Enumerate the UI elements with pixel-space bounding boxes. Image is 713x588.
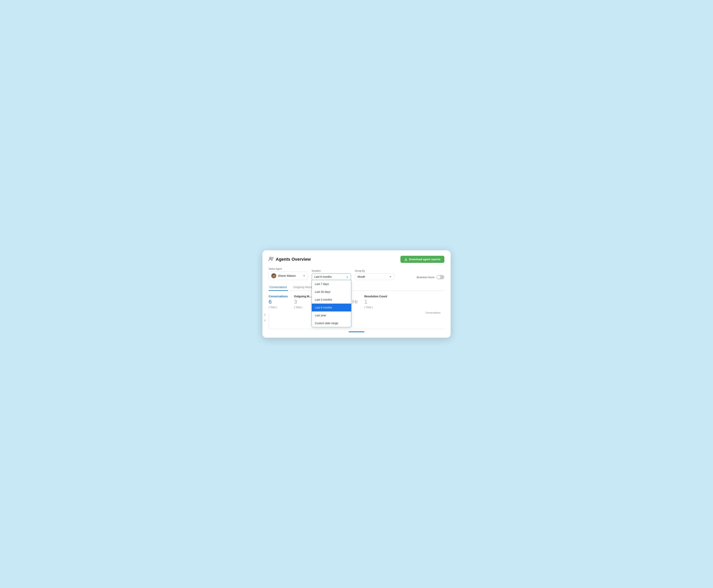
duration-dropdown[interactable]: Last 6 months ▲ bbox=[312, 273, 351, 280]
chart-y-label-5: 5 bbox=[264, 319, 266, 322]
duration-group: Duration Last 6 months ▲ Last 7 days Las… bbox=[312, 270, 351, 280]
stat-conversations: Conversations 6 ( Total ) bbox=[269, 295, 288, 309]
stat-resolution-count-sub: ( Total ) bbox=[364, 306, 387, 309]
stat-resolution-count-value: 1 bbox=[364, 299, 387, 305]
stat-resolution-count-label: Resolution Count bbox=[364, 295, 387, 298]
stat-outgoing-value: 3 bbox=[294, 299, 311, 305]
business-hours-label: Business Hours bbox=[417, 276, 434, 279]
groupby-value: Month bbox=[358, 275, 365, 278]
download-agent-reports-button[interactable]: Download agent reports bbox=[401, 256, 444, 263]
duration-value: Last 6 months bbox=[314, 275, 332, 278]
main-card: Agents Overview Download agent reports S… bbox=[262, 250, 451, 338]
agents-icon bbox=[269, 256, 274, 262]
filters-row: Select Agent 🧔 Shane Watson ▼ Duration L… bbox=[269, 268, 444, 280]
download-btn-label: Download agent reports bbox=[409, 258, 441, 261]
dropdown-option-last3months[interactable]: Last 3 months bbox=[312, 296, 351, 303]
duration-label: Duration bbox=[312, 270, 351, 272]
business-hours-wrap: Business Hours bbox=[417, 275, 444, 280]
scroll-bar[interactable] bbox=[349, 332, 364, 332]
chart-y-label-6: 6 bbox=[264, 313, 266, 316]
duration-dropdown-menu: Last 7 days Last 30 days Last 3 months L… bbox=[311, 280, 351, 327]
chevron-down-icon2: ▼ bbox=[389, 275, 392, 278]
groupby-label: Group By bbox=[355, 270, 394, 272]
avatar: 🧔 bbox=[271, 273, 276, 278]
title-wrap: Agents Overview bbox=[269, 256, 311, 262]
tab-conversations[interactable]: Conversations bbox=[269, 284, 288, 291]
stat-outgoing-label: Outgoing M... bbox=[294, 295, 311, 298]
stat-outgoing: Outgoing M... 3 ( Total ) bbox=[294, 295, 311, 309]
select-agent-label: Select Agent bbox=[269, 268, 308, 270]
stat-outgoing-sub: ( Total ) bbox=[294, 306, 311, 309]
scroll-hint bbox=[269, 332, 444, 332]
svg-point-0 bbox=[270, 257, 271, 259]
select-agent-dropdown[interactable]: 🧔 Shane Watson ▼ bbox=[269, 271, 308, 280]
stats-row: Conversations 6 ( Total ) Outgoing M... … bbox=[269, 295, 444, 309]
page-title: Agents Overview bbox=[276, 257, 311, 262]
chart-area: 6 5 Conversations bbox=[269, 313, 444, 329]
stat-conversations-sub: ( Total ) bbox=[269, 306, 288, 309]
dropdown-option-lastyear[interactable]: Last year bbox=[312, 312, 351, 319]
page-header: Agents Overview Download agent reports bbox=[269, 256, 444, 263]
dropdown-option-last30days[interactable]: Last 30 days bbox=[312, 288, 351, 296]
chevron-down-icon: ▼ bbox=[303, 274, 305, 277]
select-agent-group: Select Agent 🧔 Shane Watson ▼ bbox=[269, 268, 308, 280]
dropdown-option-customdaterange[interactable]: Custom date range bbox=[312, 319, 351, 327]
chart-legend: Conversations bbox=[425, 312, 441, 314]
stat-conversations-label: Conversations bbox=[269, 295, 288, 298]
download-icon bbox=[404, 258, 407, 261]
svg-point-1 bbox=[272, 257, 273, 259]
dropdown-option-last7days[interactable]: Last 7 days bbox=[312, 280, 351, 288]
groupby-group: Group By Month ▼ bbox=[355, 270, 394, 280]
agent-name-value: Shane Watson bbox=[278, 274, 296, 277]
stat-conversations-value: 6 bbox=[269, 299, 288, 305]
outer-wrapper: Agents Overview Download agent reports S… bbox=[262, 250, 451, 338]
groupby-dropdown[interactable]: Month ▼ bbox=[355, 273, 394, 280]
tabs-row: Conversations Outgoing Messages bbox=[269, 284, 444, 291]
stat-resolution-count: Resolution Count 1 ( Total ) bbox=[364, 295, 387, 309]
business-hours-toggle[interactable] bbox=[436, 275, 444, 279]
dropdown-option-last6months[interactable]: Last 6 months bbox=[312, 303, 351, 312]
chevron-up-icon: ▲ bbox=[346, 275, 348, 278]
